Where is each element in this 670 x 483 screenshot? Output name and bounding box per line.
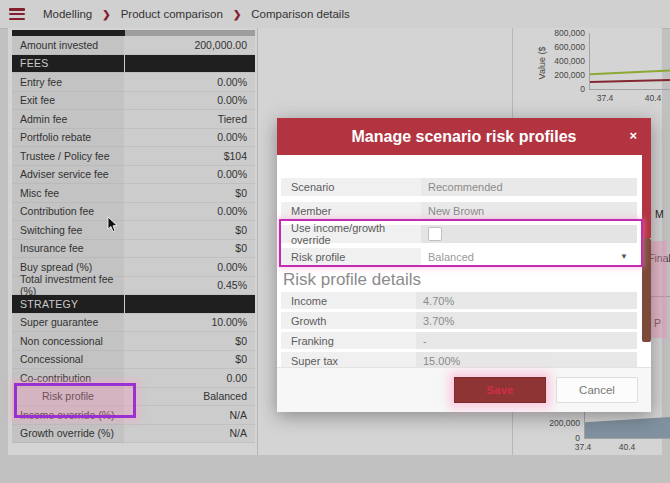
detail-label: Growth	[281, 312, 416, 329]
override-checkbox[interactable]	[428, 227, 442, 241]
manage-risk-profiles-dialog: Manage scenario risk profiles × Scenario…	[277, 118, 651, 412]
dialog-scrollbar-thumb[interactable]	[642, 238, 651, 342]
save-button[interactable]: Save	[454, 377, 546, 403]
dialog-title: Manage scenario risk profiles	[352, 128, 577, 146]
detail-value: 4.70%	[416, 292, 637, 309]
field-label: Risk profile	[281, 248, 421, 266]
close-icon[interactable]: ×	[629, 127, 637, 145]
app-window: Modelling❯Product comparison❯Comparison …	[0, 0, 670, 483]
detail-label: Income	[281, 292, 416, 309]
cancel-button[interactable]: Cancel	[556, 377, 638, 403]
dialog-scrollbar-track	[642, 155, 651, 238]
detail-value: -	[416, 332, 637, 349]
field-label: Scenario	[281, 178, 421, 196]
field-value	[421, 225, 637, 243]
dialog-header: Manage scenario risk profiles ×	[277, 118, 651, 155]
detail-label: Franking	[281, 332, 416, 349]
field-row-use-income-growth-override: Use income/growth override	[281, 225, 637, 243]
detail-row-income: Income4.70%	[281, 292, 637, 309]
selected-option: Balanced	[428, 251, 474, 263]
field-row-risk-profile: Risk profileBalanced▼	[281, 248, 637, 266]
field-value: New Brown	[421, 202, 637, 220]
risk-profile-details-heading: Risk profile details	[283, 270, 421, 290]
dialog-footer: Save Cancel	[277, 367, 651, 412]
detail-row-franking: Franking-	[281, 332, 637, 349]
chevron-down-icon: ▼	[620, 252, 628, 261]
detail-value: 3.70%	[416, 312, 637, 329]
detail-row-growth: Growth3.70%	[281, 312, 637, 329]
field-label: Use income/growth override	[281, 225, 421, 243]
field-value: Recommended	[421, 178, 637, 196]
field-label: Member	[281, 202, 421, 220]
field-row-member: MemberNew Brown	[281, 202, 637, 220]
field-row-scenario: ScenarioRecommended	[281, 178, 637, 196]
risk-profile-select[interactable]: Balanced▼	[421, 248, 637, 266]
